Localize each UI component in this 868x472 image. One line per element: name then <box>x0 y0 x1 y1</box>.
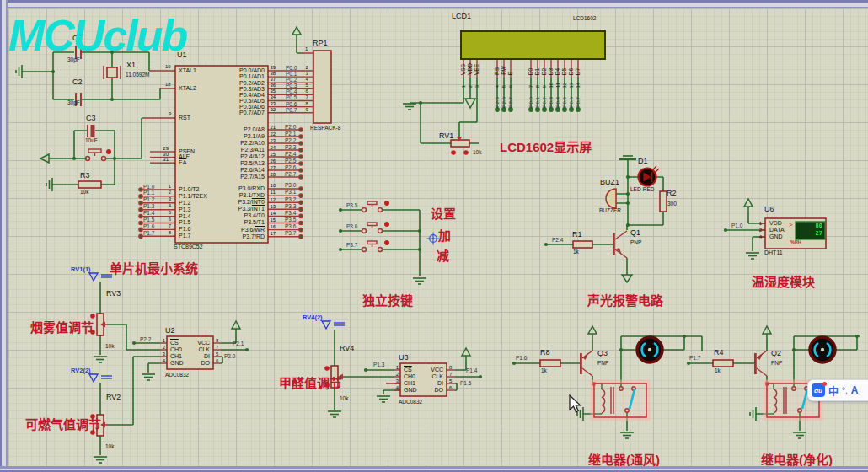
net-label: P0.3 <box>548 97 555 108</box>
pin-number: 4 <box>158 357 165 364</box>
fan-motor-icon[interactable] <box>637 337 662 362</box>
pin-number: 4 <box>755 233 762 240</box>
lcd-pin-name: VEE <box>474 64 480 75</box>
mcu-pin-label: P3.5/T1 <box>206 219 265 226</box>
voltage-probe-icon[interactable] <box>322 321 345 329</box>
section-title-dht[interactable]: 温湿度模块 <box>752 272 815 290</box>
mcu-p2-labels: P2.0/A8P2.1/A9P2.2/A10P2.3/A11P2.4/A12P2… <box>206 126 265 180</box>
mcuclub-watermark: MCUclub <box>8 10 186 61</box>
schematic-graphics <box>0 0 868 472</box>
pin-number: 4 <box>391 384 399 391</box>
transistor-q1[interactable] <box>613 231 627 258</box>
buzzer-buz1[interactable] <box>606 189 616 208</box>
resistor-r2[interactable] <box>660 191 667 212</box>
mcu-pin-label: XTAL2 <box>179 85 196 91</box>
key-set-label[interactable]: 设置 <box>431 204 456 222</box>
r3-ref: R3 <box>80 171 90 180</box>
resistor-r1[interactable] <box>573 241 592 248</box>
rv1-value: 10k <box>473 149 481 155</box>
ime-punctuation-button[interactable]: °, <box>842 386 848 395</box>
respack-numbers: 23456789 <box>306 65 308 113</box>
purifier-motor-icon[interactable] <box>810 337 835 362</box>
power-icon <box>232 321 240 335</box>
transistor-q2[interactable] <box>754 351 767 376</box>
adc-pin-label: DI <box>179 353 210 360</box>
respack-body[interactable] <box>313 51 331 123</box>
pin-number: 21 <box>271 124 276 131</box>
smoke-adjust-label[interactable]: 烟雾值调节 <box>30 318 94 335</box>
r4-ref: R4 <box>714 348 724 357</box>
transistor-q3[interactable] <box>580 351 592 376</box>
resistor-r8[interactable] <box>540 360 560 367</box>
pin-number: 39 <box>271 65 276 71</box>
net-label: P0.0 <box>286 65 297 71</box>
section-title-relay-purify[interactable]: 继电器(净化) <box>761 450 833 468</box>
dht-pin-label: DATA <box>769 227 785 233</box>
pin-number: 10 <box>271 182 276 189</box>
ground-icon <box>750 407 756 421</box>
proteus-schematic-canvas[interactable]: MCUclub C1 30pF C2 30pF X1 11.0592M C3 1… <box>0 0 868 472</box>
gas-adjust-label[interactable]: 可燃气值调节 <box>25 415 101 432</box>
pot-rv3[interactable] <box>97 314 107 335</box>
pin-number: 15 <box>271 217 276 223</box>
lcd-pin-name: D3 <box>548 68 555 75</box>
rp1-ref: RP1 <box>313 39 328 47</box>
mcu-ctrl-labels: PSENALEEA <box>179 149 195 166</box>
mcu-pin-label: EA <box>179 160 195 166</box>
key-set-button[interactable] <box>362 201 383 212</box>
pin-number: 6 <box>216 357 218 364</box>
lcd-pwr-names: VSSVDDVEE <box>460 52 480 75</box>
ground-icon <box>142 374 155 380</box>
voltage-probe-icon[interactable] <box>89 374 112 382</box>
key-minus-label[interactable]: 减 <box>437 246 449 264</box>
ch2o-adjust-label[interactable]: 甲醛值调节 <box>279 373 342 391</box>
lcd-pin-name: D6 <box>568 68 575 75</box>
adc1-left-numbers: 1234 <box>158 337 165 364</box>
relay-fan[interactable] <box>592 382 648 419</box>
r3-value: 10k <box>80 189 88 195</box>
mcu-pin-label: P2.1/A9 <box>206 133 265 140</box>
ime-notification-dot <box>822 382 827 386</box>
pin-number: 2 <box>158 344 165 351</box>
ime-logo-icon[interactable]: du <box>812 384 825 397</box>
section-title-keys[interactable]: 独立按键 <box>362 291 413 308</box>
power-icon <box>763 326 771 340</box>
section-title-relay-fan[interactable]: 继电器(通风) <box>588 450 660 468</box>
adc1-right-numbers: 8756 <box>216 337 218 364</box>
capacitor-c3[interactable] <box>88 125 95 137</box>
reset-button[interactable] <box>86 149 106 161</box>
pin-number: 5 <box>306 83 308 88</box>
section-title-mcu[interactable]: 单片机最小系统 <box>110 259 198 276</box>
lcd-pin-name: RS <box>494 67 501 75</box>
adc2-right-numbers: 8756 <box>449 364 452 391</box>
resistor-r4[interactable] <box>713 360 733 367</box>
pin-number: 2 <box>467 85 474 88</box>
pin-number: 3 <box>158 351 165 357</box>
mcu-pin-label: P3.3/INT1 <box>206 206 265 212</box>
section-title-alarm[interactable]: 声光报警电路 <box>587 291 663 308</box>
u6-ref: U6 <box>764 205 774 213</box>
pin-number: 27 <box>271 164 276 171</box>
resistor-r3[interactable] <box>78 181 101 188</box>
net-label: P3.2 <box>285 196 296 203</box>
ime-toolbar[interactable]: du 中 °, A <box>807 379 868 401</box>
ground-icon <box>620 432 634 438</box>
net-label: P2.0 <box>224 353 235 359</box>
section-title-lcd[interactable]: LCD1602显示屏 <box>500 137 592 155</box>
net-label: P2.4 <box>285 151 296 158</box>
crystal-x1[interactable] <box>104 66 121 79</box>
net-label: P0.6 <box>568 97 575 108</box>
net-label: P3.5 <box>346 202 357 208</box>
ime-mode-button[interactable]: 中 <box>828 384 839 398</box>
pin-number: 4 <box>306 77 308 83</box>
key-plus-button[interactable] <box>362 223 383 233</box>
pin-number: 30 <box>157 152 169 158</box>
led-d1[interactable] <box>639 166 660 186</box>
voltage-probe-icon[interactable] <box>89 273 112 281</box>
pin-number: 3 <box>306 71 308 77</box>
ime-tool-button[interactable]: A <box>851 384 859 396</box>
net-label: P1.3 <box>143 203 154 210</box>
key-minus-button[interactable] <box>362 241 383 252</box>
key-plus-label[interactable]: 加 <box>438 226 451 244</box>
pin-number: 2 <box>755 227 762 233</box>
